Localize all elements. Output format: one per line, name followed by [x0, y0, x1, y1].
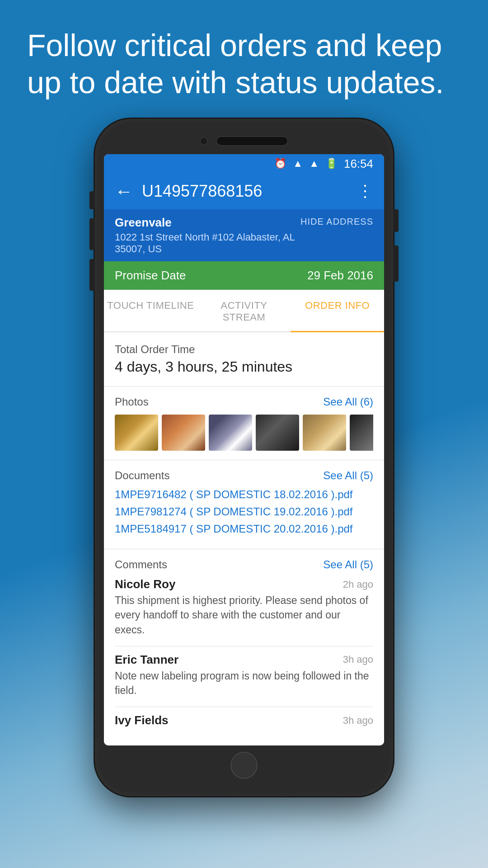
power-button	[393, 209, 399, 232]
phone-top-bar	[104, 132, 384, 154]
comment-1-author: Eric Tanner	[115, 653, 178, 667]
comment-2-time: 3h ago	[343, 715, 373, 726]
comment-1-time: 3h ago	[343, 654, 373, 665]
volume-button	[393, 245, 399, 282]
documents-see-all-button[interactable]: See All (5)	[323, 469, 373, 482]
document-link-1[interactable]: 1MPE7981274 ( SP DOMESTIC 19.02.2016 ).p…	[115, 505, 373, 518]
photo-2[interactable]	[162, 415, 205, 451]
photos-section: Photos See All (6)	[104, 387, 384, 460]
phone-shell: ⏰ ▲ ▲ 🔋 16:54 ← U149577868156 ⋮ Greenval…	[95, 119, 393, 796]
wifi-icon: ▲	[293, 158, 303, 170]
photo-5[interactable]	[303, 415, 346, 451]
phone-bottom-bar	[104, 745, 384, 783]
comments-see-all-button[interactable]: See All (5)	[323, 558, 373, 571]
comment-0-time: 2h ago	[343, 579, 373, 590]
promise-date-label: Promise Date	[115, 269, 186, 283]
volume-down-button	[89, 218, 95, 250]
alarm-icon: ⏰	[274, 158, 286, 170]
photos-header: Photos See All (6)	[115, 396, 373, 408]
promise-date-value: 29 Feb 2016	[307, 269, 373, 283]
photo-6[interactable]	[350, 415, 373, 451]
tab-bar: TOUCH TIMELINE ACTIVITY STREAM ORDER INF…	[104, 290, 384, 332]
documents-label: Documents	[115, 469, 169, 482]
promise-date-bar: Promise Date 29 Feb 2016	[104, 261, 384, 290]
camera-button	[89, 259, 95, 291]
photos-row	[115, 415, 373, 451]
address-bar: Greenvale 1022 1st Street North #102 Ala…	[104, 209, 384, 261]
documents-header: Documents See All (5)	[115, 469, 373, 482]
tab-touch-timeline[interactable]: TOUCH TIMELINE	[104, 290, 197, 331]
volume-up-button	[89, 191, 95, 209]
hide-address-button[interactable]: HIDE ADDRESS	[300, 217, 373, 227]
total-order-time-label: Total Order Time	[115, 343, 373, 356]
speaker	[216, 136, 288, 146]
comment-2-author: Ivy Fields	[115, 713, 169, 727]
comment-0: Nicole Roy 2h ago This shipment is highe…	[115, 577, 373, 637]
battery-icon: 🔋	[325, 158, 338, 170]
comment-0-text: This shipment is highest priority. Pleas…	[115, 593, 373, 637]
comment-0-header: Nicole Roy 2h ago	[115, 577, 373, 591]
photo-4[interactable]	[256, 415, 299, 451]
app-bar: ← U149577868156 ⋮	[104, 173, 384, 209]
comment-2-header: Ivy Fields 3h ago	[115, 713, 373, 727]
comment-0-author: Nicole Roy	[115, 577, 175, 591]
address-street: 1022 1st Street North #102 Alabaster, AL…	[115, 231, 300, 255]
tab-order-info[interactable]: ORDER INFO	[291, 290, 384, 331]
comment-2: Ivy Fields 3h ago	[115, 713, 373, 727]
back-button[interactable]: ←	[115, 181, 133, 202]
total-order-time-section: Total Order Time 4 days, 3 hours, 25 min…	[104, 332, 384, 387]
comments-label: Comments	[115, 558, 167, 571]
comment-1: Eric Tanner 3h ago Note new labeling pro…	[115, 653, 373, 698]
photo-1[interactable]	[115, 415, 158, 451]
phone-screen: ⏰ ▲ ▲ 🔋 16:54 ← U149577868156 ⋮ Greenval…	[104, 154, 384, 745]
comment-1-text: Note new labeling program is now being f…	[115, 669, 373, 698]
photos-label: Photos	[115, 396, 149, 408]
comment-divider-0	[115, 646, 373, 646]
document-link-2[interactable]: 1MPE5184917 ( SP DOMESTIC 20.02.2016 ).p…	[115, 523, 373, 535]
status-time: 16:54	[344, 157, 373, 171]
content-area: Total Order Time 4 days, 3 hours, 25 min…	[104, 332, 384, 745]
overflow-menu-button[interactable]: ⋮	[357, 182, 373, 201]
comments-header: Comments See All (5)	[115, 558, 373, 571]
order-id-title: U149577868156	[142, 182, 348, 201]
hero-text: Follow critical orders and keep up to da…	[0, 0, 488, 119]
comments-section: Comments See All (5) Nicole Roy 2h ago T…	[104, 549, 384, 745]
photos-see-all-button[interactable]: See All (6)	[323, 396, 373, 408]
front-camera	[200, 137, 208, 145]
total-order-time-value: 4 days, 3 hours, 25 minutes	[115, 359, 373, 375]
status-bar: ⏰ ▲ ▲ 🔋 16:54	[104, 154, 384, 173]
address-info: Greenvale 1022 1st Street North #102 Ala…	[115, 216, 300, 255]
document-link-0[interactable]: 1MPE9716482 ( SP DOMESTIC 18.02.2016 ).p…	[115, 488, 373, 501]
address-name: Greenvale	[115, 216, 300, 230]
tab-activity-stream[interactable]: ACTIVITY STREAM	[197, 290, 291, 331]
photo-3[interactable]	[209, 415, 252, 451]
signal-icon: ▲	[309, 158, 319, 170]
documents-section: Documents See All (5) 1MPE9716482 ( SP D…	[104, 460, 384, 549]
home-button[interactable]	[230, 752, 258, 779]
comment-1-header: Eric Tanner 3h ago	[115, 653, 373, 667]
phone-device: ⏰ ▲ ▲ 🔋 16:54 ← U149577868156 ⋮ Greenval…	[95, 119, 393, 796]
comment-divider-1	[115, 707, 373, 707]
